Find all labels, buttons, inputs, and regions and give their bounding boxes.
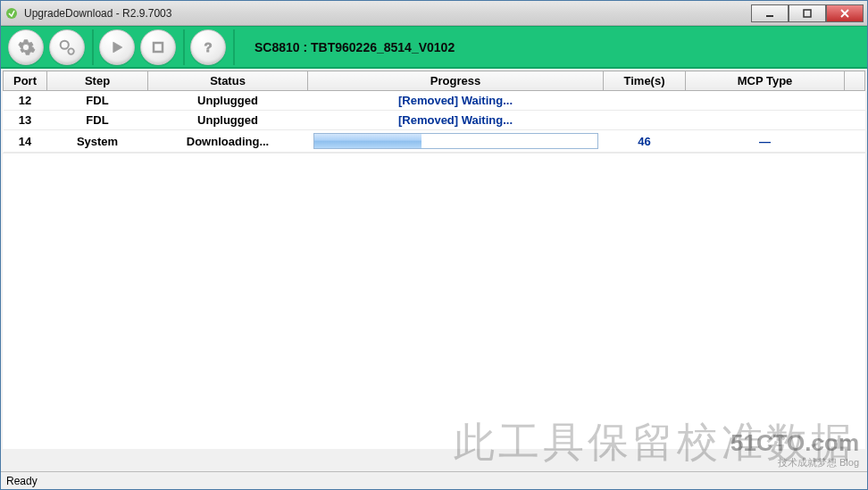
- cell-progress: [Removed] Waiting...: [308, 111, 604, 130]
- cell-port: 12: [4, 91, 47, 111]
- col-header-status[interactable]: Status: [148, 71, 308, 91]
- progress-bar-fill: [314, 134, 421, 148]
- main-content: Port Step Status Progress Time(s) MCP Ty…: [1, 69, 867, 471]
- gears-icon: [57, 37, 77, 57]
- svg-point-0: [6, 8, 17, 19]
- cell-step: FDL: [47, 111, 148, 130]
- stop-button[interactable]: [140, 29, 176, 65]
- statusbar: Ready: [1, 471, 867, 489]
- table-row[interactable]: 14 System Downloading... 46 —: [4, 130, 865, 153]
- svg-rect-5: [154, 43, 163, 52]
- progress-bar: [313, 133, 598, 149]
- cell-status: Unplugged: [148, 91, 308, 111]
- toolbar-group-run: [99, 29, 185, 65]
- table-header-row: Port Step Status Progress Time(s) MCP Ty…: [4, 71, 865, 91]
- minimize-button[interactable]: [751, 4, 789, 22]
- maximize-button[interactable]: [789, 4, 826, 22]
- progress-text: [Removed] Waiting...: [398, 94, 513, 107]
- minimize-icon: [764, 8, 775, 19]
- download-table: Port Step Status Progress Time(s) MCP Ty…: [3, 71, 865, 153]
- toolbar-group-help: ?: [190, 29, 235, 65]
- play-icon: [108, 38, 126, 56]
- cell-status: Downloading...: [148, 130, 308, 153]
- cell-progress: [Removed] Waiting...: [308, 91, 604, 111]
- cell-time: 46: [604, 130, 686, 153]
- gear-icon: [16, 37, 36, 57]
- maximize-icon: [802, 8, 813, 19]
- svg-point-4: [68, 48, 73, 54]
- window-controls: [751, 4, 864, 22]
- app-icon: [4, 6, 19, 21]
- toolbar-group-settings: [8, 29, 94, 65]
- device-info-label: SC8810 : TBT960226_8514_V0102: [240, 40, 455, 54]
- svg-point-3: [61, 40, 69, 48]
- cell-step: System: [47, 130, 148, 153]
- cell-mcp: [686, 111, 845, 130]
- settings2-button[interactable]: [49, 29, 85, 65]
- cell-step: FDL: [47, 91, 148, 111]
- cell-time: [604, 111, 686, 130]
- cell-mcp: [686, 91, 845, 111]
- table-row[interactable]: 12 FDL Unplugged [Removed] Waiting...: [4, 91, 865, 111]
- question-icon: ?: [199, 38, 217, 56]
- cell-progress: [308, 130, 604, 153]
- close-button[interactable]: [826, 4, 864, 22]
- stop-icon: [149, 38, 167, 56]
- play-button[interactable]: [99, 29, 135, 65]
- settings-button[interactable]: [8, 29, 44, 65]
- svg-rect-1: [766, 15, 773, 17]
- status-text: Ready: [6, 475, 38, 487]
- cell-mcp: —: [686, 130, 845, 153]
- titlebar[interactable]: UpgradeDownload - R2.9.7003: [1, 1, 867, 26]
- col-header-progress[interactable]: Progress: [308, 71, 604, 91]
- col-header-spacer: [845, 71, 865, 91]
- close-icon: [839, 8, 850, 19]
- col-header-time[interactable]: Time(s): [604, 71, 686, 91]
- progress-text: [Removed] Waiting...: [398, 113, 513, 127]
- window-title: UpgradeDownload - R2.9.7003: [24, 7, 751, 20]
- svg-text:?: ?: [204, 39, 212, 54]
- table-empty-area: [3, 153, 865, 449]
- toolbar: ? SC8810 : TBT960226_8514_V0102: [1, 26, 867, 69]
- cell-port: 14: [4, 130, 47, 153]
- cell-time: [604, 91, 686, 111]
- svg-rect-2: [804, 10, 811, 17]
- app-window: UpgradeDownload - R2.9.7003: [0, 0, 868, 490]
- col-header-mcp[interactable]: MCP Type: [686, 71, 845, 91]
- cell-port: 13: [4, 111, 47, 130]
- help-button[interactable]: ?: [190, 29, 226, 65]
- col-header-port[interactable]: Port: [4, 71, 47, 91]
- cell-status: Unplugged: [148, 111, 308, 130]
- table-row[interactable]: 13 FDL Unplugged [Removed] Waiting...: [4, 111, 865, 130]
- col-header-step[interactable]: Step: [47, 71, 148, 91]
